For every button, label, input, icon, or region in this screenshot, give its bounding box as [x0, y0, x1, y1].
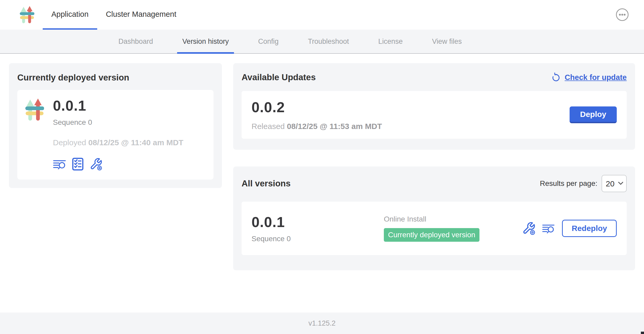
ellipsis-menu-icon[interactable] — [616, 8, 629, 21]
main-content: Currently deployed version 0.0.1 Sequenc… — [0, 54, 644, 313]
tab-cluster-management[interactable]: Cluster Management — [97, 0, 185, 30]
deployed-version-details: 0.0.1 Sequence 0 Deployed 08/12/25 @ 11:… — [53, 97, 183, 171]
subnav-tab-view-files[interactable]: View files — [417, 30, 477, 53]
header-spacer — [185, 0, 616, 30]
install-type-label: Online Install — [384, 215, 479, 223]
deploy-button[interactable]: Deploy — [570, 106, 617, 123]
version-row-details: 0.0.1 Sequence 0 — [252, 214, 384, 243]
console-version-label: v1.125.2 — [308, 319, 336, 327]
all-versions-title: All versions — [242, 179, 291, 188]
preflight-checks-icon[interactable] — [72, 158, 84, 171]
subnav-tab-dashboard[interactable]: Dashboard — [104, 30, 168, 53]
header-tabs: Application Cluster Management — [43, 0, 185, 30]
results-per-page-label: Results per page: — [540, 179, 597, 188]
currently-deployed-title: Currently deployed version — [17, 73, 214, 83]
update-details: 0.0.2 Released 08/12/25 @ 11:53 am MDT — [252, 99, 382, 131]
deployed-actions — [53, 158, 183, 171]
version-row-status: Online Install Currently deployed versio… — [384, 215, 479, 242]
update-released-timestamp: Released 08/12/25 @ 11:53 am MDT — [252, 122, 382, 131]
version-row: 0.0.1 Sequence 0 Online Install Currentl… — [242, 202, 627, 255]
wrench-gear-icon[interactable] — [90, 158, 103, 171]
refresh-icon — [551, 72, 561, 83]
deployed-sequence-label: Sequence 0 — [53, 118, 183, 127]
currently-deployed-version-card: 0.0.1 Sequence 0 Deployed 08/12/25 @ 11:… — [17, 90, 214, 180]
row-version-number: 0.0.1 — [252, 214, 384, 230]
logs-icon[interactable] — [542, 223, 555, 234]
available-updates-title: Available Updates — [242, 72, 316, 82]
update-version-number: 0.0.2 — [252, 99, 382, 116]
check-for-update-label: Check for update — [565, 73, 627, 82]
tab-application[interactable]: Application — [43, 0, 97, 30]
subnav-tab-troubleshoot[interactable]: Troubleshoot — [293, 30, 364, 53]
row-sequence-label: Sequence 0 — [252, 235, 384, 243]
logs-icon[interactable] — [53, 158, 66, 170]
deployed-version-number: 0.0.1 — [53, 97, 183, 114]
results-per-page: Results per page: 20 — [540, 175, 627, 192]
deployed-prefix: Deployed — [53, 138, 86, 147]
released-prefix: Released — [252, 122, 285, 131]
app-logo-arrows-icon — [20, 5, 34, 24]
available-update-row: 0.0.2 Released 08/12/25 @ 11:53 am MDT D… — [242, 91, 627, 139]
right-column: Available Updates Check for update 0.0.2… — [233, 63, 635, 270]
version-row-actions — [522, 222, 555, 235]
subnav-tab-license[interactable]: License — [364, 30, 417, 53]
currently-deployed-card: Currently deployed version 0.0.1 Sequenc… — [9, 63, 222, 188]
corner-artifact — [641, 332, 644, 334]
app-footer: v1.125.2 — [0, 313, 644, 334]
app-subnav: Dashboard Version history Config Trouble… — [0, 30, 644, 54]
released-date: 08/12/25 @ 11:53 am MDT — [287, 122, 382, 131]
app-logo-arrows-icon — [25, 98, 44, 121]
check-for-update-link[interactable]: Check for update — [551, 72, 627, 83]
currently-deployed-badge: Currently deployed version — [384, 228, 479, 242]
subnav-tab-config[interactable]: Config — [243, 30, 293, 53]
deployed-date: 08/12/25 @ 11:40 am MDT — [88, 138, 183, 147]
available-updates-card: Available Updates Check for update 0.0.2… — [233, 63, 635, 150]
results-per-page-select[interactable]: 20 — [602, 175, 627, 192]
deployed-timestamp: Deployed 08/12/25 @ 11:40 am MDT — [53, 138, 183, 147]
version-history-page: Application Cluster Management Dashboard… — [0, 0, 644, 334]
app-header: Application Cluster Management — [0, 0, 644, 30]
subnav-tab-version-history[interactable]: Version history — [168, 30, 243, 53]
all-versions-card: All versions Results per page: 20 — [233, 166, 635, 270]
wrench-gear-icon[interactable] — [522, 222, 536, 235]
redeploy-button[interactable]: Redeploy — [562, 220, 617, 237]
